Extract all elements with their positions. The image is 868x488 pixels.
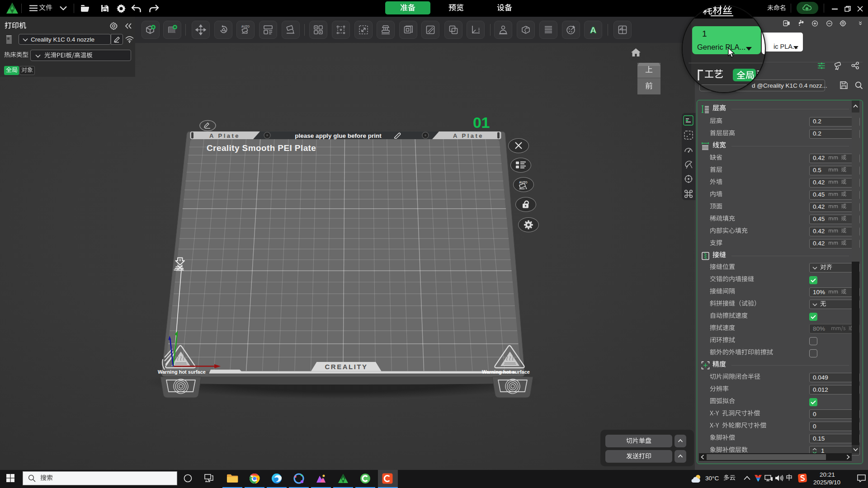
svg-text:AUTO: AUTO bbox=[241, 25, 250, 28]
svg-text:please apply glue before print: please apply glue before print bbox=[295, 132, 382, 139]
svg-text:A: A bbox=[590, 25, 596, 35]
svg-text:AUTO: AUTO bbox=[519, 181, 527, 184]
svg-text:Warning hot surface: Warning hot surface bbox=[158, 369, 206, 375]
svg-text:A Plate: A Plate bbox=[209, 132, 240, 139]
svg-text:CREALITY: CREALITY bbox=[325, 363, 368, 371]
svg-text:Warning hot surface: Warning hot surface bbox=[482, 369, 530, 375]
svg-text:A Plate: A Plate bbox=[453, 132, 484, 139]
svg-text:Creality Smooth PEI Plate: Creality Smooth PEI Plate bbox=[207, 143, 316, 153]
